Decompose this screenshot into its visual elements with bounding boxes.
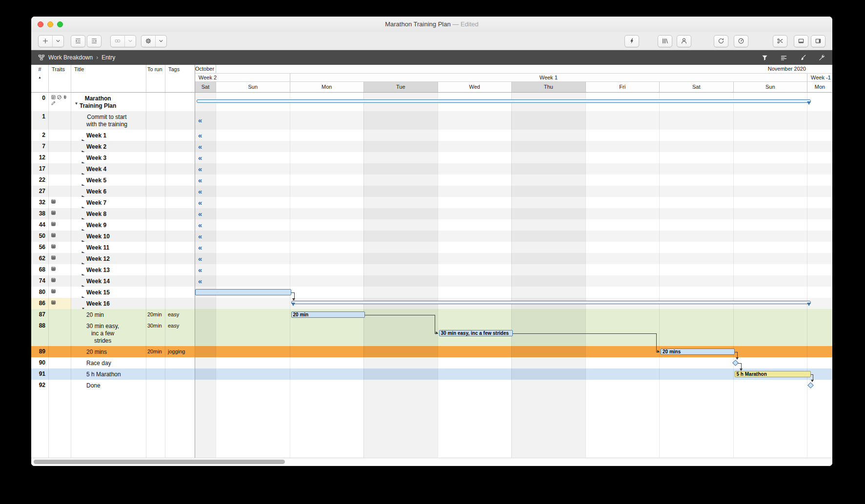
task-row[interactable]: 32▶Week 7 <box>31 197 195 208</box>
offscreen-indicator[interactable]: « <box>198 188 202 195</box>
sort-ascending-icon[interactable]: ▲ <box>38 76 41 79</box>
inspector-button[interactable] <box>818 54 825 61</box>
offscreen-indicator[interactable]: « <box>198 244 202 251</box>
offscreen-indicator[interactable]: « <box>198 116 202 124</box>
summary-bar[interactable] <box>291 301 811 304</box>
disclosure-triangle[interactable]: ▶ <box>80 176 86 186</box>
zoom-button[interactable] <box>57 21 63 27</box>
task-row[interactable]: 68▶Week 13 <box>31 264 195 275</box>
task-row[interactable]: 50▶Week 10 <box>31 231 195 242</box>
task-row[interactable]: 8720 min20mineasy <box>31 309 195 320</box>
offscreen-indicator[interactable]: « <box>198 266 202 273</box>
task-bar[interactable] <box>195 289 291 295</box>
task-row[interactable]: 44▶Week 9 <box>31 219 195 231</box>
disclosure-triangle[interactable]: ▶ <box>80 188 86 197</box>
indent-button[interactable] <box>71 35 85 47</box>
task-bar[interactable]: 30 min easy, inc a few strides <box>439 330 513 336</box>
milestone-diamond[interactable] <box>807 382 814 388</box>
disclosure-triangle[interactable]: ▶ <box>80 210 86 219</box>
task-row[interactable]: 1Commit to startwith the training <box>31 111 195 130</box>
task-row[interactable]: 17▶Week 4 <box>31 163 195 174</box>
task-row[interactable]: 0▼MarathonTraining Plan <box>31 93 195 111</box>
disclosure-triangle[interactable]: ▼ <box>80 300 86 309</box>
task-row[interactable]: 62▶Week 12 <box>31 253 195 264</box>
disclosure-triangle[interactable]: ▼ <box>73 95 80 111</box>
disclosure-triangle[interactable]: ▶ <box>80 199 86 208</box>
view-options-button[interactable] <box>780 54 787 61</box>
task-row[interactable]: 56▶Week 11 <box>31 242 195 253</box>
traffic-lights <box>38 21 63 27</box>
task-row[interactable]: 915 h Marathon <box>31 368 195 380</box>
scrollbar-thumb[interactable] <box>34 460 285 464</box>
disclosure-triangle[interactable]: ▶ <box>80 244 86 253</box>
task-row[interactable]: 22▶Week 5 <box>31 174 195 186</box>
close-button[interactable] <box>38 21 43 27</box>
disclosure-triangle[interactable]: ▶ <box>80 255 86 264</box>
disclosure-triangle[interactable]: ▶ <box>80 233 86 242</box>
bottom-panel-button[interactable] <box>794 35 808 47</box>
disclosure-triangle[interactable]: ▶ <box>80 277 86 287</box>
add-task-button[interactable] <box>38 35 64 47</box>
column-header-traits[interactable]: Traits <box>49 65 71 92</box>
task-row[interactable]: 92Done <box>31 380 195 391</box>
offscreen-indicator[interactable]: « <box>198 154 202 161</box>
summary-bar[interactable] <box>197 99 811 103</box>
chevron-down-icon <box>124 36 136 47</box>
task-row[interactable]: 27▶Week 6 <box>31 186 195 197</box>
tools-button[interactable] <box>773 35 787 47</box>
minimize-button[interactable] <box>47 21 53 27</box>
catch-up-button[interactable] <box>624 35 639 47</box>
resources-button[interactable] <box>677 35 691 47</box>
offscreen-indicator[interactable]: « <box>198 277 202 285</box>
task-row[interactable]: 2▶Week 1 <box>31 130 195 141</box>
chevron-down-icon <box>52 36 63 47</box>
offscreen-indicator[interactable]: « <box>198 143 202 150</box>
task-row[interactable]: 90Race day <box>31 357 195 368</box>
gauge-button[interactable] <box>734 35 748 47</box>
offscreen-indicator[interactable]: « <box>198 221 202 229</box>
task-bar[interactable]: 5 h Marathon <box>735 371 811 377</box>
actions-button[interactable] <box>141 35 167 47</box>
offscreen-indicator[interactable]: « <box>198 199 202 206</box>
sync-button[interactable] <box>714 35 728 47</box>
disclosure-triangle[interactable]: ▶ <box>80 143 86 152</box>
disclosure-triangle[interactable]: ▶ <box>80 221 86 231</box>
library-button[interactable] <box>658 35 672 47</box>
offscreen-indicator[interactable]: « <box>198 210 202 217</box>
horizontal-scrollbar[interactable] <box>31 458 832 466</box>
filter-button[interactable] <box>761 54 768 61</box>
task-row[interactable]: 86▼Week 16 <box>31 298 195 309</box>
disclosure-triangle[interactable]: ▶ <box>80 132 86 141</box>
disclosure-triangle[interactable]: ▶ <box>80 266 86 275</box>
offscreen-indicator[interactable]: « <box>198 132 202 139</box>
breadcrumb-entry[interactable]: Entry <box>101 54 115 61</box>
task-row[interactable]: 74▶Week 14 <box>31 275 195 287</box>
disclosure-triangle[interactable]: ▶ <box>80 289 86 298</box>
task-row[interactable]: 7▶Week 2 <box>31 141 195 152</box>
task-bar[interactable]: 20 min <box>291 311 365 318</box>
column-header-to_run[interactable]: To run <box>146 65 165 92</box>
right-panel-button[interactable] <box>811 35 825 47</box>
offscreen-indicator[interactable]: « <box>198 233 202 240</box>
style-button[interactable] <box>799 54 806 61</box>
disclosure-triangle[interactable]: ▶ <box>80 165 86 174</box>
task-bar[interactable]: 20 mins <box>661 349 735 355</box>
outdent-button[interactable] <box>87 35 101 47</box>
titlebar[interactable]: Marathon Training Plan — Edited <box>31 17 832 32</box>
offscreen-indicator[interactable]: « <box>198 176 202 184</box>
breadcrumb-work-breakdown[interactable]: Work Breakdown <box>48 54 93 61</box>
disclosure-triangle[interactable]: ▶ <box>80 154 86 163</box>
dependency-arrow <box>292 298 295 301</box>
task-row[interactable]: 12▶Week 3 <box>31 152 195 163</box>
task-row[interactable]: 38▶Week 8 <box>31 208 195 219</box>
link-tasks-button[interactable] <box>110 35 136 47</box>
task-row[interactable]: 8830 min easy,inc a fewstrides30mineasy <box>31 320 195 346</box>
column-header-num[interactable]: #▲ <box>31 65 49 92</box>
offscreen-indicator[interactable]: « <box>198 165 202 173</box>
column-header-tags[interactable]: Tags <box>165 65 195 92</box>
task-row[interactable]: 8920 mins20minjogging <box>31 346 195 357</box>
column-header-title[interactable]: Title <box>71 65 146 92</box>
offscreen-indicator[interactable]: « <box>198 255 202 262</box>
title-cell: Race day <box>71 357 146 368</box>
task-row[interactable]: 80▶Week 15 <box>31 287 195 298</box>
